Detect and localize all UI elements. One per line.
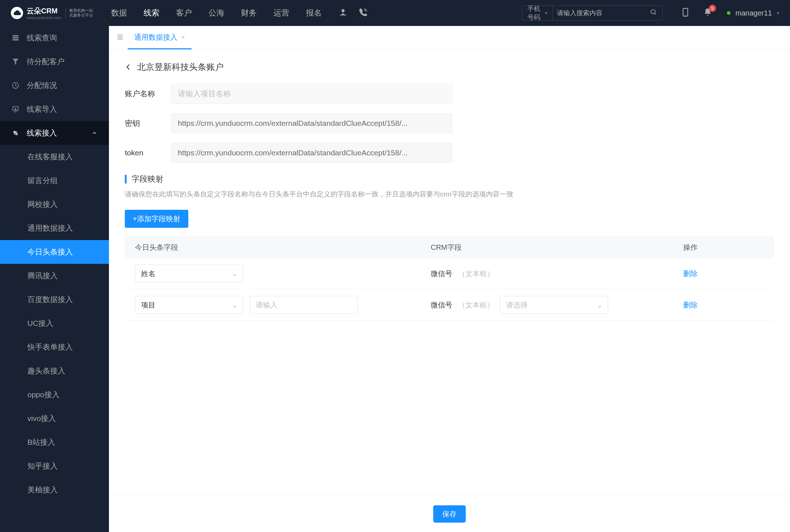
col-toutiao: 今日头条字段	[135, 243, 431, 252]
user-menu[interactable]: manager11 ▾	[727, 9, 779, 17]
section-hint: 请确保您在此填写的头条自定义字段名称与在今日头条平台中自定义的字段名称一致，并且…	[125, 190, 774, 199]
chevron-down-icon: ⌄	[597, 301, 603, 309]
input-account-name[interactable]	[178, 89, 446, 98]
table-header: 今日头条字段 CRM字段 操作	[125, 236, 774, 258]
back-icon	[125, 63, 132, 71]
crm-field-name: 微信号	[431, 269, 452, 279]
tab-generic-data[interactable]: 通用数据接入 ×	[128, 26, 192, 49]
svg-rect-4	[13, 35, 19, 37]
toutiao-field-select[interactable]: 姓名 ⌄	[135, 265, 243, 283]
main-area: 通用数据接入 × 北京昱新科技头条账户 账户名称 密钥 https://crm.…	[109, 26, 790, 532]
crm-field-name: 微信号	[431, 300, 452, 310]
top-header: 云朵CRM www.yunduocrm.com 教育机构一站式服务云平台 数据 …	[0, 0, 790, 26]
sidebar-sub-generic[interactable]: 通用数据接入	[0, 216, 109, 240]
nav-leads[interactable]: 线索	[144, 8, 159, 18]
mobile-icon[interactable]	[681, 8, 690, 18]
nav-signup[interactable]: 报名	[306, 8, 322, 18]
sidebar-sub-baidu[interactable]: 百度数据接入	[0, 288, 109, 311]
sidebar-sub-school[interactable]: 网校接入	[0, 192, 109, 216]
sidebar-sub-uc[interactable]: UC接入	[0, 311, 109, 335]
page-title: 北京昱新科技头条账户	[137, 61, 224, 73]
delete-row-link[interactable]: 删除	[683, 269, 764, 279]
svg-rect-5	[13, 37, 19, 39]
notification-icon[interactable]: 5	[703, 8, 712, 18]
close-icon[interactable]: ×	[181, 34, 185, 41]
sidebar-item-lead-search[interactable]: 线索查询	[0, 26, 109, 50]
brand-subtitle: 教育机构一站式服务云平台	[65, 8, 93, 18]
toutiao-field-input[interactable]	[250, 296, 358, 314]
crm-field-type: （文本框）	[458, 300, 494, 310]
nav-data[interactable]: 数据	[111, 8, 127, 18]
tab-bar: 通用数据接入 ×	[109, 26, 790, 50]
delete-row-link[interactable]: 删除	[683, 300, 764, 310]
save-button[interactable]: 保存	[433, 505, 466, 523]
chevron-down-icon: ⌄	[232, 301, 238, 309]
top-nav: 数据 线索 客户 公海 财务 运营 报名	[111, 8, 322, 18]
nav-ops[interactable]: 运营	[273, 8, 289, 18]
status-dot-icon	[727, 11, 730, 15]
toutiao-field-select[interactable]: 项目 ⌄	[135, 296, 243, 314]
sidebar-sub-message-group[interactable]: 留言分组	[0, 169, 109, 192]
nav-customers[interactable]: 客户	[176, 8, 192, 18]
collapse-sidebar-icon[interactable]	[116, 33, 124, 43]
crm-field-select[interactable]: 请选择 ⌄	[500, 296, 608, 314]
svg-rect-6	[13, 39, 19, 41]
content: 北京昱新科技头条账户 账户名称 密钥 https://crm.yunduocrm…	[109, 50, 790, 496]
sidebar-sub-qtt[interactable]: 趣头条接入	[0, 359, 109, 383]
sidebar-sub-tencent[interactable]: 腾讯接入	[0, 264, 109, 288]
call-icon[interactable]	[359, 8, 368, 18]
sidebar-item-access[interactable]: 线索接入	[0, 121, 109, 145]
section-title: 字段映射	[125, 174, 774, 185]
svg-point-1	[651, 10, 655, 14]
search-type-select[interactable]: 手机号码 ▾	[522, 6, 553, 20]
col-crm: CRM字段	[431, 243, 683, 252]
nav-finance[interactable]: 财务	[241, 8, 257, 18]
sidebar-sub-online-cs[interactable]: 在线客服接入	[0, 145, 109, 169]
input-token[interactable]: https://crm.yunduocrm.com/externalData/s…	[171, 143, 452, 163]
svg-point-0	[342, 9, 345, 12]
chevron-down-icon: ▾	[777, 10, 779, 15]
mapping-table: 今日头条字段 CRM字段 操作 姓名 ⌄ 微信号 （文本框）	[125, 236, 774, 321]
chevron-up-icon	[92, 130, 97, 136]
top-icon-group	[338, 8, 368, 18]
search-input[interactable]	[553, 9, 645, 17]
breadcrumb[interactable]: 北京昱新科技头条账户	[125, 61, 774, 73]
logo-icon	[11, 7, 23, 19]
chevron-down-icon: ⌄	[232, 269, 238, 278]
add-user-icon[interactable]	[338, 8, 348, 18]
sidebar: 线索查询 待分配客户 分配情况 线索导入 线索接入 在线客服接入 留言分组 网校…	[0, 26, 109, 532]
table-row: 项目 ⌄ 微信号 （文本框） 请选择 ⌄ 删除	[125, 289, 774, 321]
crm-field-type: （文本框）	[458, 269, 494, 279]
table-row: 姓名 ⌄ 微信号 （文本框） 删除	[125, 258, 774, 289]
notification-badge: 5	[709, 5, 716, 12]
sidebar-item-distribution[interactable]: 分配情况	[0, 74, 109, 97]
sidebar-sub-zhihu[interactable]: 知乎接入	[0, 454, 109, 478]
sidebar-sub-oppo[interactable]: oppo接入	[0, 383, 109, 407]
search-icon[interactable]	[645, 9, 662, 17]
add-field-mapping-button[interactable]: +添加字段映射	[125, 210, 188, 228]
svg-point-3	[685, 15, 686, 15]
sidebar-sub-bilibili[interactable]: B站接入	[0, 430, 109, 454]
footer: 保存	[109, 496, 790, 532]
search-box: 手机号码 ▾	[522, 5, 663, 21]
sidebar-sub-kuaishou[interactable]: 快手表单接入	[0, 335, 109, 359]
sidebar-item-pending[interactable]: 待分配客户	[0, 50, 109, 74]
label-token: token	[125, 148, 161, 157]
label-secret: 密钥	[125, 118, 161, 128]
header-right-icons: 5	[681, 8, 712, 18]
input-secret[interactable]: https://crm.yunduocrm.com/externalData/s…	[171, 113, 452, 133]
username: manager11	[736, 9, 772, 17]
sidebar-sub-meiyou[interactable]: 美柚接入	[0, 478, 109, 502]
col-action: 操作	[683, 243, 764, 252]
brand-domain: www.yunduocrm.com	[27, 16, 61, 20]
logo-area: 云朵CRM www.yunduocrm.com 教育机构一站式服务云平台	[11, 6, 93, 20]
nav-sea[interactable]: 公海	[209, 8, 224, 18]
sidebar-sub-toutiao[interactable]: 今日头条接入	[0, 240, 109, 264]
input-account-name-wrap	[171, 84, 452, 104]
sidebar-item-import[interactable]: 线索导入	[0, 97, 109, 121]
brand-name: 云朵CRM	[27, 6, 61, 16]
label-account-name: 账户名称	[125, 89, 161, 99]
sidebar-sub-vivo[interactable]: vivo接入	[0, 407, 109, 430]
